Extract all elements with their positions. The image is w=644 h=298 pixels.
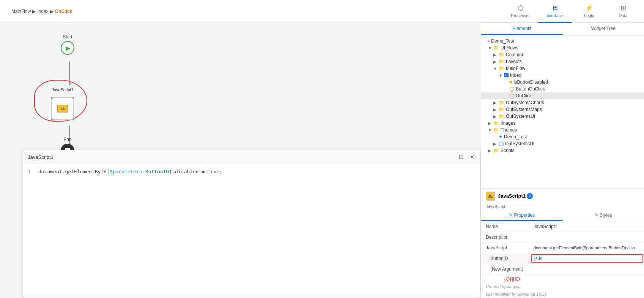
tab-processes[interactable]: ⬡ Processes: [504, 0, 538, 23]
logic-label: Logic: [584, 13, 594, 18]
js-box-text: JS: [60, 107, 65, 111]
tree-label-demo_test: Demo_Test: [491, 38, 514, 44]
tree-label-ui_flows: UI Flows: [501, 45, 518, 51]
tree-item-isbuttondisabled[interactable]: ■IsButtonDisabled: [481, 79, 644, 86]
tab-interface[interactable]: 🖥 Interface: [538, 0, 572, 23]
props-tabs: ✎ Properties ✎ Styles: [481, 210, 644, 221]
properties-tab-label: ✎ Properties: [509, 212, 535, 218]
tree-item-mainflow[interactable]: ▼📁MainFlow: [481, 65, 644, 72]
tree-icon-outsystemsui_theme: ◯: [499, 141, 504, 146]
tab-logic[interactable]: ⚡ Logic: [572, 0, 606, 23]
js-node-title: JavaScript1: [498, 193, 526, 199]
dot-tl: [51, 97, 53, 99]
props-tab-properties[interactable]: ✎ Properties: [481, 210, 563, 221]
tree-label-onclick: OnClick: [516, 93, 532, 98]
tree-icon-demo_test_theme: ✦: [499, 134, 502, 139]
tree-icon-themes: 📁: [493, 127, 499, 133]
tree-item-outsystemscharts[interactable]: ▶📁OutSystemsCharts: [481, 99, 644, 106]
styles-tab-label: ✎ Styles: [595, 212, 612, 218]
tree-label-isbuttondisabled: IsButtonDisabled: [513, 79, 548, 85]
tree-area: ▪Demo_Test▼📁UI Flows▶📁Common▶📁Layouts▼📁M…: [481, 35, 644, 188]
tree-arrow-images: ▶: [488, 121, 493, 125]
interface-icon: 🖥: [551, 4, 558, 12]
tree-icon-outsystemscharts: 📁: [499, 100, 504, 105]
tree-item-ui_flows[interactable]: ▼📁UI Flows: [481, 44, 644, 51]
play-icon: ▶: [66, 44, 70, 52]
tree-label-images: Images: [501, 120, 515, 126]
tree-label-buttononclick: ButtonOnClick: [516, 86, 545, 92]
tree-arrow-common: ▶: [493, 53, 499, 57]
tree-item-common[interactable]: ▶📁Common: [481, 51, 644, 58]
modal-expand-button[interactable]: ☐: [457, 153, 465, 161]
prop-name-value: JavaScript1: [531, 222, 644, 231]
tree-item-buttononclick[interactable]: ◯ButtonOnClick: [481, 86, 644, 92]
tree-item-demo_test_theme[interactable]: ✦Demo_Test: [481, 133, 644, 140]
processes-icon: ⬡: [518, 4, 524, 12]
tree-item-index[interactable]: ▼🅰Index: [481, 72, 644, 79]
tab-data[interactable]: ⊞ Data: [606, 0, 640, 23]
tree-icon-scripts: 📁: [493, 148, 499, 153]
js-box: JS: [57, 105, 68, 113]
code-main: document.getElementById($parameters.Butt…: [38, 169, 222, 174]
tree-arrow-outsystemsmaps: ▶: [493, 108, 499, 112]
js-node-inner: JS: [51, 97, 74, 120]
prop-javascript-row: JavaScript document.getElementById($para…: [481, 243, 644, 253]
chinese-annotation: 按钮ID: [481, 274, 644, 283]
tree-label-outsystemscharts: OutSystemsCharts: [506, 100, 544, 105]
tree-item-scripts[interactable]: ▶📁Scripts: [481, 147, 644, 154]
processes-label: Processes: [511, 13, 530, 18]
prop-description-row: Description: [481, 232, 644, 243]
data-icon: ⊞: [620, 4, 626, 12]
js-node-title-area: JavaScript1 ?: [498, 193, 533, 200]
breadcrumb-sep1: ▶: [32, 9, 36, 14]
end-label: End: [63, 137, 71, 142]
tree-icon-index: 🅰: [504, 73, 509, 78]
js-node-icon: JS: [486, 192, 495, 201]
tree-label-index: Index: [510, 73, 521, 78]
tree-arrow-ui_flows: ▼: [488, 46, 493, 50]
tree-icon-demo_test: ▪: [488, 38, 490, 44]
tree-item-demo_test[interactable]: ▪Demo_Test: [481, 38, 644, 44]
props-tab-styles[interactable]: ✎ Styles: [563, 210, 644, 221]
tree-item-images[interactable]: ▶📁Images: [481, 120, 644, 127]
tree-label-outsystemsmaps: OutSystemsMaps: [506, 107, 542, 112]
sub-tab-elements[interactable]: Elements: [481, 23, 563, 35]
prop-description-value: [531, 236, 644, 239]
breadcrumb-mainflow: MainFlow: [11, 9, 31, 14]
sub-tab-widget-tree[interactable]: Widget Tree: [563, 23, 644, 35]
js-help-icon[interactable]: ?: [527, 193, 533, 199]
footer-created: Created by liaoyun: [481, 283, 644, 290]
top-bar: MainFlow ▶ Index ▶ OnClick ⬡ Processes 🖥…: [0, 0, 644, 23]
prop-newarg-value: [531, 268, 644, 271]
tree-arrow-layouts: ▶: [493, 60, 499, 64]
line-number: 1: [28, 169, 34, 174]
js-node[interactable]: JavaScript1 JS: [44, 84, 82, 128]
tree-icon-mainflow: 📁: [499, 66, 504, 71]
tree-arrow-outsystemsui_theme: ▶: [493, 142, 499, 146]
tree-item-layouts[interactable]: ▶📁Layouts: [481, 58, 644, 65]
modal-close-button[interactable]: ✕: [468, 153, 476, 161]
tree-label-common: Common: [506, 52, 524, 57]
prop-name-row: Name JavaScript1: [481, 221, 644, 232]
start-label: Start: [63, 34, 72, 40]
tree-icon-common: 📁: [499, 52, 504, 57]
tree-label-demo_test_theme: Demo_Test: [504, 134, 527, 139]
canvas-area[interactable]: Start ▶ ▼ JavaScript1: [0, 23, 481, 298]
prop-buttonid-label: ButtonID: [481, 254, 531, 263]
tree-arrow-outsystemsui: ▶: [493, 114, 499, 119]
code-param: $parameters.ButtonID: [110, 169, 169, 174]
tree-item-outsystemsmaps[interactable]: ▶📁OutSystemsMaps: [481, 106, 644, 113]
tree-item-outsystemsui_theme[interactable]: ▶◯OutSystemsUI: [481, 140, 644, 147]
tree-arrow-themes: ▼: [488, 128, 493, 132]
prop-buttonid-input[interactable]: [531, 254, 643, 263]
dot-tr: [72, 97, 74, 99]
tree-arrow-outsystemscharts: ▶: [493, 101, 499, 105]
tree-item-outsystemsui[interactable]: ▶📁OutSystemsUI: [481, 113, 644, 120]
tree-label-outsystemsui: OutSystemsUI: [506, 114, 535, 119]
tree-item-onclick[interactable]: ◯OnClick: [481, 92, 644, 99]
top-nav-tabs: ⬡ Processes 🖥 Interface ⚡ Logic ⊞ Data: [504, 0, 640, 23]
prop-newarg-label: (New Argument): [481, 265, 531, 273]
tree-icon-layouts: 📁: [499, 59, 504, 64]
interface-label: Interface: [547, 13, 563, 18]
tree-item-themes[interactable]: ▼📁Themes: [481, 127, 644, 133]
